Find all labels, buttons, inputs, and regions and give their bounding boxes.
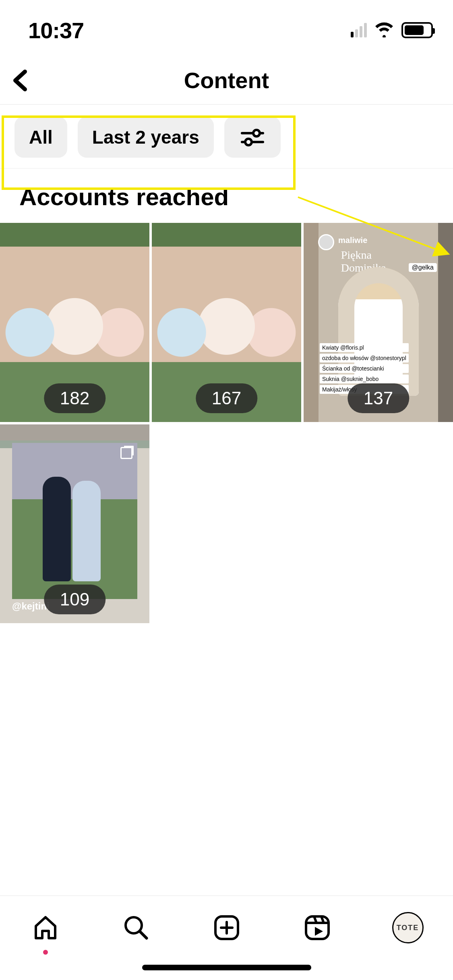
story-caption-line: Suknia @suknie_bobo [320, 375, 409, 383]
nav-reels[interactable] [299, 910, 335, 946]
svg-point-5 [245, 139, 252, 145]
reels-icon [303, 913, 332, 942]
content-grid: 182 167 maliwie Piękna Dominika @gelka K… [0, 223, 453, 623]
nav-profile[interactable]: TOTE [390, 910, 426, 946]
story-caption-line: ozdoba do włosów @stonestorypl [320, 354, 409, 362]
cellular-icon [351, 23, 367, 37]
tile-reach-count: 137 [348, 383, 409, 413]
nav-home[interactable] [27, 910, 64, 946]
filter-bar: All Last 2 years [0, 105, 453, 169]
filter-chip-all[interactable]: All [14, 117, 67, 158]
page-title: Content [184, 67, 269, 93]
story-caption-line: Ścianka od @totescianki [320, 364, 409, 373]
svg-rect-11 [306, 916, 329, 939]
content-tile[interactable]: 182 [0, 223, 149, 422]
svg-point-3 [253, 130, 260, 136]
home-indicator [142, 965, 311, 970]
plus-square-icon [212, 913, 241, 942]
filter-chip-daterange[interactable]: Last 2 years [78, 117, 214, 158]
tile-reach-count: 167 [196, 383, 257, 413]
search-icon [122, 913, 151, 942]
status-indicators [351, 21, 433, 39]
chevron-left-icon [11, 68, 29, 93]
section-title: Accounts reached [0, 169, 453, 223]
carousel-icon [120, 447, 132, 459]
filter-settings-button[interactable] [224, 117, 281, 158]
header: Content [0, 56, 453, 105]
story-tag: @gelka [409, 263, 437, 272]
status-time: 10:37 [28, 17, 84, 43]
avatar-label: TOTE [397, 924, 419, 932]
home-icon [31, 913, 60, 942]
content-tile[interactable]: @kejtini 109 [0, 424, 149, 624]
back-button[interactable] [8, 68, 32, 93]
status-bar: 10:37 [0, 0, 453, 56]
nav-create[interactable] [209, 910, 245, 946]
profile-avatar: TOTE [392, 912, 424, 943]
notification-dot [43, 950, 48, 955]
battery-icon [401, 22, 433, 38]
tile-reach-count: 182 [44, 383, 105, 413]
story-username: maliwie [338, 236, 367, 245]
content-tile[interactable]: maliwie Piękna Dominika @gelka Kwiaty @f… [304, 223, 453, 422]
svg-marker-15 [315, 927, 323, 936]
bottom-nav: TOTE [0, 896, 453, 980]
tile-reach-count: 109 [44, 585, 105, 614]
wifi-icon [374, 21, 394, 39]
story-caption-line: Kwiaty @floris.pl [320, 343, 409, 352]
content-tile[interactable]: 167 [152, 223, 301, 422]
nav-search[interactable] [118, 910, 154, 946]
story-avatar [318, 234, 334, 250]
svg-line-7 [140, 932, 147, 938]
sliders-icon [240, 128, 265, 147]
